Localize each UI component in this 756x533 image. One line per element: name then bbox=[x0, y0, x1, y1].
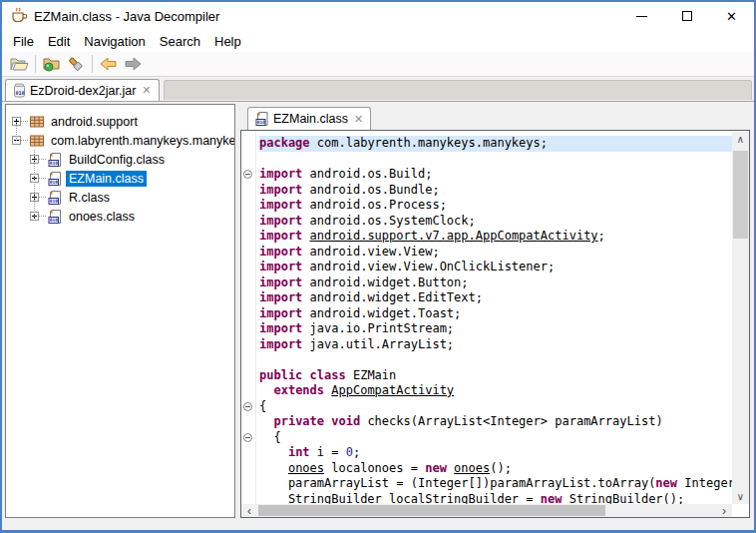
close-button[interactable]: ✕ bbox=[709, 2, 754, 30]
code-line-text: import android.os.SystemClock; bbox=[259, 214, 732, 230]
scroll-down-arrow[interactable]: ∨ bbox=[732, 488, 749, 504]
code-line: import android.os.Process; bbox=[241, 198, 732, 214]
tab-label: EzDroid-dex2jar.jar bbox=[30, 84, 136, 98]
maximize-button[interactable] bbox=[664, 2, 709, 30]
vertical-scrollbar[interactable]: ∧ ∨ bbox=[732, 131, 749, 504]
editor-box: package com.labyrenth.manykeys.manykeys;… bbox=[240, 130, 750, 518]
horizontal-scrollbar-thumb[interactable] bbox=[258, 505, 605, 516]
window-controls: ✕ bbox=[619, 2, 754, 30]
code-line-text: public class EZMain bbox=[259, 368, 732, 384]
menu-bar: FileEditNavigationSearchHelp bbox=[2, 30, 754, 52]
close-icon[interactable]: ✕ bbox=[142, 84, 151, 97]
code-line: import java.io.PrintStream; bbox=[241, 321, 732, 337]
code-line-text: import java.util.ArrayList; bbox=[259, 337, 732, 353]
back-button[interactable] bbox=[97, 53, 121, 75]
toolbar-separator bbox=[92, 55, 93, 73]
tree-item-label[interactable]: android.support bbox=[48, 114, 141, 130]
open-file-icon bbox=[10, 56, 29, 72]
toolbar-separator bbox=[35, 55, 36, 73]
tree-connector bbox=[39, 150, 46, 160]
class-icon: 010 bbox=[47, 171, 63, 187]
search-button[interactable] bbox=[64, 53, 88, 75]
fold-collapse-icon[interactable] bbox=[243, 433, 252, 442]
menu-item-search[interactable]: Search bbox=[153, 32, 207, 51]
code-line-text: import android.view.View; bbox=[259, 245, 732, 261]
code-line-text: import android.os.Process; bbox=[259, 198, 732, 214]
tree-guide-line bbox=[34, 150, 35, 217]
svg-text:010: 010 bbox=[50, 218, 59, 223]
fold-margin-cell bbox=[241, 321, 259, 337]
editor-panel: 010 EZMain.class ✕ package com.labyrenth… bbox=[240, 104, 750, 518]
scroll-up-arrow[interactable]: ∧ bbox=[732, 131, 749, 147]
tab-ezdroid-dex2jar[interactable]: 010 EzDroid-dex2jar.jar ✕ bbox=[5, 79, 160, 101]
toolbar bbox=[2, 52, 754, 77]
code-line-text: import android.widget.EditText; bbox=[259, 290, 732, 306]
tree-connector bbox=[21, 112, 28, 122]
menu-item-help[interactable]: Help bbox=[207, 32, 248, 51]
code-line-text: import android.widget.Toast; bbox=[259, 306, 732, 322]
fold-margin-cell bbox=[241, 445, 259, 461]
code-line-text bbox=[259, 152, 732, 168]
code-line: { bbox=[241, 399, 732, 415]
window-bottom-margin bbox=[2, 518, 754, 530]
jar-icon: 010 bbox=[13, 83, 26, 98]
workspace: android.support com.labyrenth.manykeys.m… bbox=[2, 102, 754, 518]
tree-item-label[interactable]: com.labyrenth.manykeys.manykeys bbox=[48, 133, 235, 149]
code-line-text: import java.io.PrintStream; bbox=[259, 321, 732, 337]
package-icon bbox=[29, 133, 45, 149]
tree-item-buildconfig-class[interactable]: 010BuildConfig.class bbox=[6, 150, 234, 169]
search-icon bbox=[67, 56, 85, 73]
code-line-text: StringBuilder localStringBuilder = new S… bbox=[259, 492, 732, 505]
tree-item-onoes-class[interactable]: 010onoes.class bbox=[6, 207, 234, 226]
code-line: int i = 0; bbox=[241, 445, 732, 461]
tree-item-com-labyrenth-manykeys-manykeys[interactable]: com.labyrenth.manykeys.manykeys bbox=[6, 131, 234, 150]
tree-connector bbox=[39, 207, 46, 217]
code-line: { bbox=[241, 430, 732, 446]
menu-item-navigation[interactable]: Navigation bbox=[77, 32, 152, 51]
code-line-text: private void checks(ArrayList<Integer> p… bbox=[259, 414, 732, 430]
fold-margin-cell bbox=[241, 337, 259, 353]
code-line: import android.os.SystemClock; bbox=[241, 214, 732, 230]
code-area[interactable]: package com.labyrenth.manykeys.manykeys;… bbox=[241, 131, 732, 504]
tree-item-label[interactable]: R.class bbox=[66, 190, 113, 206]
fold-margin-cell bbox=[241, 136, 259, 152]
menu-item-edit[interactable]: Edit bbox=[41, 32, 77, 51]
svg-text:010: 010 bbox=[15, 90, 24, 96]
tree-item-android-support[interactable]: android.support bbox=[6, 112, 234, 131]
maximize-icon bbox=[682, 11, 692, 21]
code-line: public class EZMain bbox=[241, 368, 732, 384]
tree-item-r-class[interactable]: 010R.class bbox=[6, 188, 234, 207]
code-line-text: import android.view.View.OnClickListener… bbox=[259, 260, 732, 275]
code-line: import android.os.Bundle; bbox=[241, 183, 732, 199]
close-icon: ✕ bbox=[726, 10, 737, 23]
fold-collapse-icon[interactable] bbox=[243, 170, 252, 179]
tree-connector bbox=[21, 131, 28, 141]
tab-ezmain-class[interactable]: 010 EZMain.class ✕ bbox=[247, 107, 371, 130]
fold-margin-cell bbox=[241, 183, 259, 199]
fold-margin-cell bbox=[241, 414, 259, 430]
horizontal-scrollbar[interactable]: ‹ › bbox=[241, 504, 732, 517]
code-line: import java.util.ArrayList; bbox=[241, 337, 732, 353]
tree-item-label[interactable]: BuildConfig.class bbox=[66, 152, 168, 168]
tree-item-ezmain-class[interactable]: 010EZMain.class bbox=[6, 169, 234, 188]
code-line-text bbox=[259, 352, 732, 368]
menu-item-file[interactable]: File bbox=[6, 32, 41, 51]
scroll-right-arrow[interactable]: › bbox=[717, 504, 731, 517]
forward-button[interactable] bbox=[121, 53, 145, 75]
fold-margin-cell bbox=[241, 167, 259, 183]
minimize-button[interactable] bbox=[619, 2, 664, 30]
svg-text:010: 010 bbox=[257, 120, 266, 125]
open-type-button[interactable] bbox=[40, 53, 64, 75]
fold-margin-cell bbox=[241, 245, 259, 261]
code-line: import android.view.View; bbox=[241, 245, 732, 261]
scroll-left-arrow[interactable]: ‹ bbox=[242, 504, 256, 517]
class-icon: 010 bbox=[47, 152, 63, 168]
fold-collapse-icon[interactable] bbox=[243, 402, 252, 411]
tree-item-label[interactable]: EZMain.class bbox=[66, 171, 147, 187]
package-tree-panel[interactable]: android.support com.labyrenth.manykeys.m… bbox=[5, 104, 235, 518]
tree-item-label[interactable]: onoes.class bbox=[66, 209, 138, 225]
vertical-scrollbar-thumb[interactable] bbox=[733, 151, 748, 239]
open-file-button[interactable] bbox=[7, 53, 31, 75]
code-line-text: extends AppCompatActivity bbox=[259, 383, 732, 399]
close-icon[interactable]: ✕ bbox=[354, 113, 363, 126]
